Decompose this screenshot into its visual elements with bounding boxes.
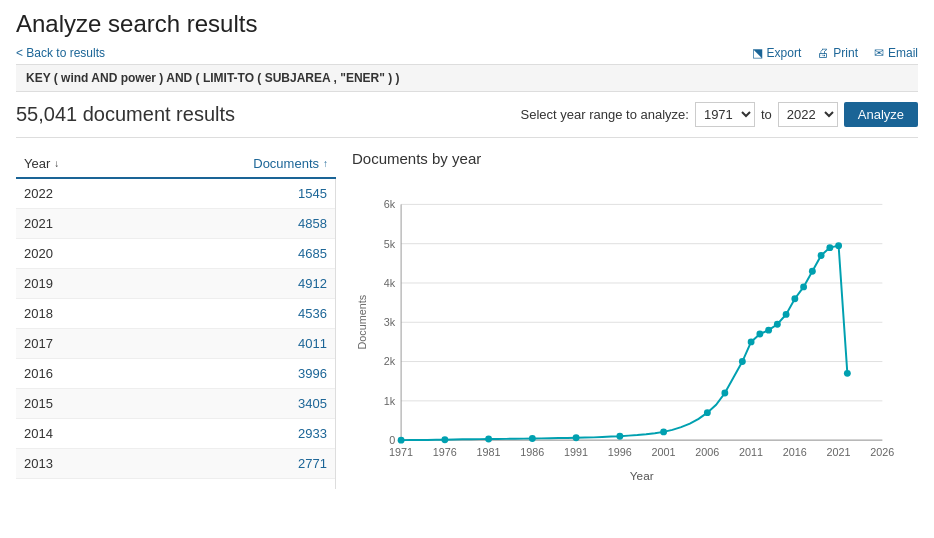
cell-year: 2018 (24, 306, 53, 321)
svg-point-36 (660, 428, 667, 435)
chart-section: Documents by year 01k2k3k4k5k6k197119761… (336, 150, 918, 497)
export-label: Export (767, 46, 802, 60)
top-bar: Back to results ⬔ Export 🖨 Print ✉ Email (16, 46, 918, 60)
svg-text:3k: 3k (384, 316, 396, 328)
cell-docs: 4685 (298, 246, 327, 261)
print-label: Print (833, 46, 858, 60)
table-row: 20214858 (16, 209, 335, 239)
year-sort-arrow: ↓ (54, 158, 59, 169)
svg-text:1971: 1971 (389, 446, 413, 458)
svg-text:Documents: Documents (356, 294, 368, 349)
svg-text:2016: 2016 (783, 446, 807, 458)
svg-point-51 (844, 370, 851, 377)
docs-sort-arrow: ↑ (323, 158, 328, 169)
column-header-docs[interactable]: Documents ↑ (253, 156, 328, 171)
svg-text:1996: 1996 (608, 446, 632, 458)
chart-area: 01k2k3k4k5k6k197119761981198619911996200… (352, 177, 902, 497)
cell-year: 2013 (24, 456, 53, 471)
query-bar: KEY ( wind AND power ) AND ( LIMIT-TO ( … (16, 64, 918, 92)
cell-year: 2014 (24, 426, 53, 441)
chart-title: Documents by year (352, 150, 902, 167)
svg-point-46 (800, 283, 807, 290)
action-links: ⬔ Export 🖨 Print ✉ Email (752, 46, 918, 60)
svg-point-41 (756, 331, 763, 338)
print-link[interactable]: 🖨 Print (817, 46, 858, 60)
query-text: KEY ( wind AND power ) AND ( LIMIT-TO ( … (26, 71, 400, 85)
svg-text:1986: 1986 (520, 446, 544, 458)
svg-text:2006: 2006 (695, 446, 719, 458)
svg-text:2026: 2026 (870, 446, 894, 458)
svg-text:1k: 1k (384, 395, 396, 407)
analyze-button[interactable]: Analyze (844, 102, 918, 127)
svg-text:5k: 5k (384, 238, 396, 250)
table-row: 20174011 (16, 329, 335, 359)
table-row: 20153405 (16, 389, 335, 419)
svg-point-48 (818, 252, 825, 259)
svg-point-49 (826, 244, 833, 251)
svg-point-34 (573, 434, 580, 441)
svg-point-40 (748, 338, 755, 345)
table-body[interactable]: 2022154520214858202046852019491220184536… (16, 179, 336, 489)
svg-point-30 (398, 437, 405, 444)
svg-point-44 (783, 311, 790, 318)
svg-text:6k: 6k (384, 198, 396, 210)
email-label: Email (888, 46, 918, 60)
cell-docs: 4536 (298, 306, 327, 321)
cell-year: 2020 (24, 246, 53, 261)
column-header-year[interactable]: Year ↓ (24, 156, 59, 171)
cell-docs: 2771 (298, 456, 327, 471)
svg-point-45 (791, 295, 798, 302)
table-row: 20194912 (16, 269, 335, 299)
svg-text:Year: Year (630, 469, 654, 482)
svg-point-50 (835, 242, 842, 249)
main-content: Year ↓ Documents ↑ 202215452021485820204… (16, 150, 918, 497)
svg-point-35 (616, 433, 623, 440)
svg-point-42 (765, 327, 772, 334)
svg-point-33 (529, 435, 536, 442)
svg-text:0: 0 (389, 434, 395, 446)
email-link[interactable]: ✉ Email (874, 46, 918, 60)
year-range-control: Select year range to analyze: 1971 to 20… (521, 102, 918, 127)
svg-point-31 (441, 436, 448, 443)
cell-year: 2019 (24, 276, 53, 291)
table-row: 20163996 (16, 359, 335, 389)
cell-docs: 4912 (298, 276, 327, 291)
year-range-label: Select year range to analyze: (521, 107, 689, 122)
svg-point-37 (704, 409, 711, 416)
cell-year: 2016 (24, 366, 53, 381)
chart-svg: 01k2k3k4k5k6k197119761981198619911996200… (352, 177, 902, 497)
cell-year: 2022 (24, 186, 53, 201)
table-section: Year ↓ Documents ↑ 202215452021485820204… (16, 150, 336, 497)
cell-year: 2015 (24, 396, 53, 411)
back-to-results-link[interactable]: Back to results (16, 46, 105, 60)
svg-text:1981: 1981 (477, 446, 501, 458)
year-col-label: Year (24, 156, 50, 171)
svg-text:2021: 2021 (827, 446, 851, 458)
svg-text:1991: 1991 (564, 446, 588, 458)
results-bar: 55,041 document results Select year rang… (16, 102, 918, 138)
svg-point-32 (485, 436, 492, 443)
print-icon: 🖨 (817, 46, 829, 60)
table-row: 20132771 (16, 449, 335, 479)
year-from-select[interactable]: 1971 (695, 102, 755, 127)
cell-docs: 1545 (298, 186, 327, 201)
page-container: Analyze search results Back to results ⬔… (0, 0, 934, 538)
svg-point-38 (721, 390, 728, 397)
year-to-select[interactable]: 2022 (778, 102, 838, 127)
svg-text:2k: 2k (384, 355, 396, 367)
table-row: 20184536 (16, 299, 335, 329)
cell-year: 2021 (24, 216, 53, 231)
results-count: 55,041 document results (16, 103, 235, 126)
svg-text:2001: 2001 (652, 446, 676, 458)
export-icon: ⬔ (752, 46, 763, 60)
cell-docs: 4858 (298, 216, 327, 231)
svg-text:2011: 2011 (739, 446, 763, 458)
cell-year: 2017 (24, 336, 53, 351)
export-link[interactable]: ⬔ Export (752, 46, 802, 60)
to-label: to (761, 107, 772, 122)
svg-text:1976: 1976 (433, 446, 457, 458)
cell-docs: 2933 (298, 426, 327, 441)
svg-point-43 (774, 321, 781, 328)
svg-point-47 (809, 268, 816, 275)
table-row: 20204685 (16, 239, 335, 269)
